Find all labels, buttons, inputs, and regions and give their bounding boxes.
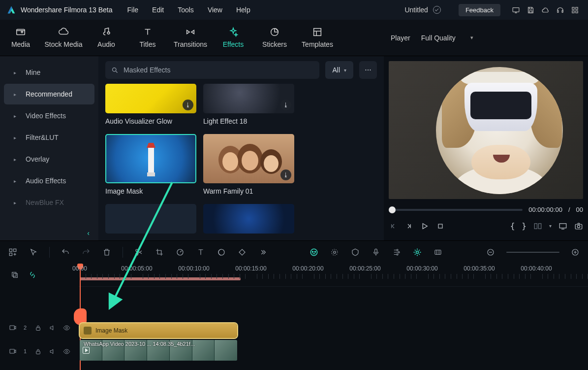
snapshot-icon[interactable] <box>574 222 583 231</box>
scrubber-thumb[interactable] <box>389 206 396 213</box>
video-clip[interactable]: WhatsApp Video 2023-10 ... 14:08.35_4b21… <box>80 340 237 361</box>
lock-icon[interactable] <box>34 348 42 355</box>
clip-start-handle[interactable] <box>74 308 87 325</box>
sidebar-collapse-button[interactable]: ‹ <box>0 226 98 240</box>
filter-all-button[interactable]: All▾ <box>325 61 353 79</box>
delete-icon[interactable] <box>102 247 112 257</box>
link-icon[interactable] <box>28 270 37 280</box>
add-track-icon[interactable] <box>8 247 18 257</box>
cloud-icon[interactable] <box>538 2 553 17</box>
zoom-out-icon[interactable] <box>486 247 495 257</box>
sidebar-item-label: Video Effects <box>26 112 66 120</box>
track-header-2[interactable]: 2 <box>0 316 79 339</box>
select-tool-icon[interactable] <box>29 247 38 257</box>
menu-view[interactable]: View <box>208 6 222 14</box>
display-icon[interactable] <box>558 222 567 231</box>
sidebar-item-mine[interactable]: ▸Mine <box>4 62 94 83</box>
mark-out-icon[interactable]: } <box>522 221 526 231</box>
chevron-down-icon: ▾ <box>470 34 473 41</box>
smart-tool-icon[interactable] <box>412 247 422 257</box>
tab-media[interactable]: Media <box>0 19 41 56</box>
svg-rect-29 <box>14 249 16 251</box>
sidebar-item-newblue-fx[interactable]: ▸NewBlue FX <box>4 192 94 213</box>
eye-icon[interactable] <box>63 324 70 332</box>
sidebar-item-label: Audio Effects <box>26 177 66 185</box>
download-icon[interactable]: ⭳ <box>280 169 291 180</box>
mask-icon[interactable] <box>350 247 360 257</box>
time-ruler[interactable]: 00:0000:00:05:0000:00:10:0000:00:15:0000… <box>79 263 588 287</box>
sidebar-item-overlay[interactable]: ▸Overlay <box>4 149 94 169</box>
duplicate-icon[interactable] <box>10 270 20 280</box>
timeline-tracks-area[interactable]: 00:0000:00:05:0000:00:10:0000:00:15:0000… <box>79 263 588 370</box>
sidebar-item-video-effects[interactable]: ▸Video Effects <box>4 105 94 126</box>
audio-mix-icon[interactable] <box>392 247 402 257</box>
marker-icon[interactable] <box>433 247 443 257</box>
effect-card[interactable]: ⭳ Audio Visualizer Glow <box>105 84 196 125</box>
tab-templates[interactable]: Templates <box>295 19 340 56</box>
tab-titles[interactable]: Titles <box>127 19 168 56</box>
save-icon[interactable] <box>523 2 538 17</box>
split-icon[interactable] <box>134 247 144 257</box>
track-header-1[interactable]: 1 <box>0 339 79 363</box>
download-icon[interactable]: ⭳ <box>280 100 291 110</box>
zoom-slider[interactable] <box>506 252 559 253</box>
sidebar-item-filter-lut[interactable]: ▸Filter&LUT <box>4 127 94 148</box>
download-icon[interactable]: ⭳ <box>183 100 193 110</box>
step-fwd-icon[interactable] <box>404 222 413 231</box>
text-icon[interactable] <box>196 247 206 257</box>
feedback-button[interactable]: Feedback <box>459 4 500 16</box>
mic-icon[interactable] <box>371 247 381 257</box>
zoom-in-icon[interactable] <box>570 247 580 257</box>
lock-icon[interactable] <box>34 324 42 332</box>
mute-icon[interactable] <box>49 324 56 332</box>
desktop-icon[interactable] <box>508 2 523 17</box>
keyframe-icon[interactable] <box>237 247 247 257</box>
step-back-icon[interactable] <box>389 222 398 231</box>
more-options-button[interactable]: ··· <box>359 61 377 79</box>
sidebar-item-audio-effects[interactable]: ▸Audio Effects <box>4 170 94 191</box>
tab-effects[interactable]: Effects <box>213 19 254 56</box>
menu-edit[interactable]: Edit <box>152 6 164 14</box>
menu-tools[interactable]: Tools <box>178 6 194 14</box>
tab-audio[interactable]: Audio <box>86 19 127 56</box>
eye-icon[interactable] <box>63 348 70 355</box>
quality-select[interactable]: Full Quality ▾ <box>421 34 473 42</box>
ai-tool-icon[interactable] <box>309 247 319 257</box>
mute-icon[interactable] <box>49 348 56 355</box>
tab-stock-media[interactable]: Stock Media <box>41 19 86 56</box>
preview-canvas[interactable] <box>389 61 583 199</box>
undo-icon[interactable] <box>61 247 70 257</box>
effect-card[interactable]: ⭳ Light Effect 18 <box>203 84 294 125</box>
effect-clip[interactable]: Image Mask <box>80 323 237 338</box>
menu-file[interactable]: File <box>127 6 139 14</box>
tab-label: Templates <box>302 40 333 48</box>
search-icon <box>111 67 119 74</box>
crop-icon[interactable] <box>155 247 164 257</box>
redo-icon[interactable] <box>81 247 91 257</box>
apps-grid-icon[interactable] <box>567 2 582 17</box>
tab-stickers[interactable]: Stickers <box>254 19 295 56</box>
speed-icon[interactable] <box>175 247 185 257</box>
effect-card[interactable] <box>203 204 294 234</box>
color-icon[interactable] <box>217 247 226 257</box>
play-icon[interactable] <box>420 222 429 231</box>
compare-icon[interactable] <box>533 222 542 231</box>
headset-icon[interactable] <box>553 2 567 17</box>
sidebar-item-recommended[interactable]: ▸Recommended <box>4 84 94 104</box>
chevron-down-icon[interactable]: ▾ <box>549 223 552 229</box>
timeline-toolbar <box>0 240 588 263</box>
preview-scrubber[interactable] <box>389 209 523 211</box>
more-tools-icon[interactable] <box>258 247 268 257</box>
ruler-label: 00:00 <box>72 265 87 272</box>
effect-card[interactable]: ⭳ Warm Family 01 <box>203 134 294 195</box>
effect-card[interactable] <box>105 204 196 234</box>
mark-in-icon[interactable]: { <box>510 221 515 231</box>
tracking-icon[interactable] <box>330 247 340 257</box>
document-title[interactable]: Untitled <box>404 6 428 14</box>
search-input[interactable]: Masked Effects <box>105 61 319 79</box>
menu-help[interactable]: Help <box>236 6 250 14</box>
stop-icon[interactable] <box>436 222 445 231</box>
tab-transitions[interactable]: Transitions <box>168 19 213 56</box>
effect-card[interactable]: Image Mask <box>105 134 196 195</box>
video-clip-play-icon <box>83 347 90 354</box>
